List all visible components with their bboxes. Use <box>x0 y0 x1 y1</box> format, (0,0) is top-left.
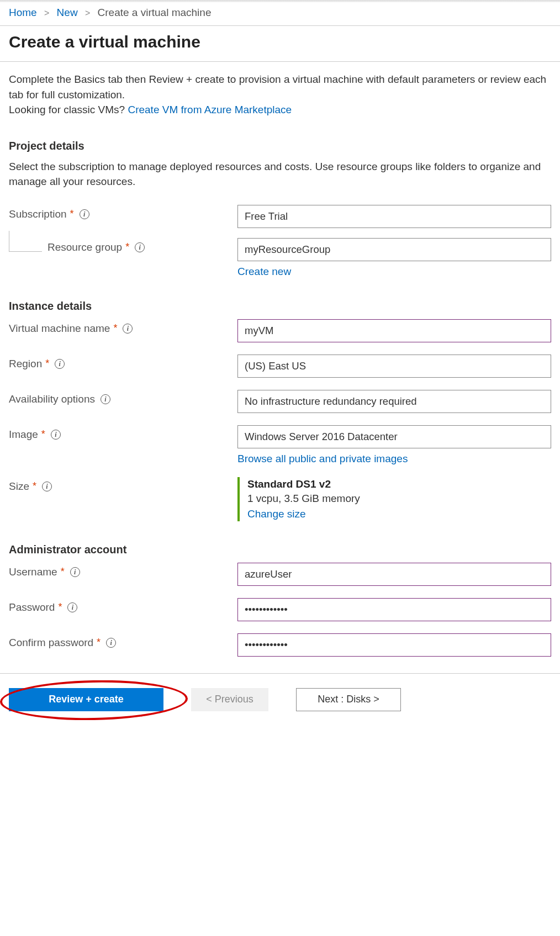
required-asterisk: * <box>33 480 36 492</box>
classic-vm-label: Looking for classic VMs? <box>9 104 128 115</box>
required-asterisk: * <box>58 601 62 613</box>
region-row: Region * i (US) East US <box>9 355 551 378</box>
chevron-right-icon: > <box>85 8 90 18</box>
info-icon[interactable]: i <box>55 359 65 369</box>
region-label: Region * i <box>9 355 237 370</box>
info-icon[interactable]: i <box>101 394 110 404</box>
browse-images-link[interactable]: Browse all public and private images <box>237 453 408 465</box>
project-details-desc: Select the subscription to manage deploy… <box>9 159 551 189</box>
info-icon[interactable]: i <box>67 602 77 612</box>
subscription-label-text: Subscription <box>9 208 67 220</box>
required-asterisk: * <box>97 637 101 648</box>
subscription-label: Subscription * i <box>9 205 237 220</box>
page-title: Create a virtual machine <box>9 33 551 51</box>
resource-group-control: myResourceGroup Create new <box>237 238 551 278</box>
admin-account-heading: Administrator account <box>9 543 551 556</box>
tree-connector-icon <box>9 231 42 252</box>
region-control: (US) East US <box>237 355 551 378</box>
confirm-password-label: Confirm password * i <box>9 633 237 649</box>
required-asterisk: * <box>41 429 45 440</box>
vm-name-label-text: Virtual machine name <box>9 322 110 335</box>
password-row: Password * i <box>9 598 551 621</box>
vm-name-row: Virtual machine name * i <box>9 319 551 342</box>
info-icon[interactable]: i <box>106 638 116 648</box>
required-asterisk: * <box>61 566 65 578</box>
username-input[interactable] <box>237 563 551 586</box>
required-asterisk: * <box>70 208 74 220</box>
size-control: Standard DS1 v2 1 vcpu, 3.5 GiB memory C… <box>237 477 551 521</box>
chevron-right-icon: > <box>44 8 49 18</box>
resource-group-dropdown[interactable]: myResourceGroup <box>237 238 551 261</box>
classic-vm-prompt: Looking for classic VMs? Create VM from … <box>9 102 551 118</box>
next-disks-button[interactable]: Next : Disks > <box>296 688 401 711</box>
change-size-link[interactable]: Change size <box>247 508 306 520</box>
size-label-text: Size <box>9 480 29 493</box>
confirm-password-label-text: Confirm password <box>9 637 93 649</box>
password-label: Password * i <box>9 598 237 614</box>
image-label-text: Image <box>9 429 38 441</box>
size-name: Standard DS1 v2 <box>247 478 551 490</box>
info-icon[interactable]: i <box>123 324 133 334</box>
username-label-text: Username <box>9 566 57 578</box>
breadcrumb: Home > New > Create a virtual machine <box>0 2 560 26</box>
page-title-wrap: Create a virtual machine <box>0 26 560 62</box>
region-label-text: Region <box>9 358 42 370</box>
resource-group-label: Resource group * i <box>9 238 237 253</box>
image-control: Windows Server 2016 Datacenter Browse al… <box>237 425 551 465</box>
subscription-dropdown[interactable]: Free Trial <box>237 205 551 228</box>
confirm-password-row: Confirm password * i <box>9 633 551 657</box>
username-label: Username * i <box>9 563 237 578</box>
confirm-password-input[interactable] <box>237 633 551 657</box>
footer: Review + create < Previous Next : Disks … <box>0 673 560 730</box>
vm-name-label: Virtual machine name * i <box>9 319 237 335</box>
availability-control: No infrastructure redundancy required <box>237 390 551 413</box>
password-input[interactable] <box>237 598 551 621</box>
availability-label: Availability options i <box>9 390 237 405</box>
availability-row: Availability options i No infrastructure… <box>9 390 551 413</box>
info-icon[interactable]: i <box>80 209 89 219</box>
region-dropdown[interactable]: (US) East US <box>237 355 551 378</box>
info-icon[interactable]: i <box>135 242 145 252</box>
vm-name-control <box>237 319 551 342</box>
username-row: Username * i <box>9 563 551 586</box>
review-create-button[interactable]: Review + create <box>9 688 163 711</box>
project-details-heading: Project details <box>9 140 551 152</box>
breadcrumb-new[interactable]: New <box>57 7 78 18</box>
confirm-password-control <box>237 633 551 657</box>
image-label: Image * i <box>9 425 237 441</box>
content: Complete the Basics tab then Review + cr… <box>0 62 560 657</box>
size-detail: 1 vcpu, 3.5 GiB memory <box>247 493 551 505</box>
password-label-text: Password <box>9 601 55 614</box>
image-row: Image * i Windows Server 2016 Datacenter… <box>9 425 551 465</box>
image-dropdown[interactable]: Windows Server 2016 Datacenter <box>237 425 551 448</box>
resource-group-label-text: Resource group <box>47 241 122 253</box>
availability-dropdown[interactable]: No infrastructure redundancy required <box>237 390 551 413</box>
size-row: Size * i Standard DS1 v2 1 vcpu, 3.5 GiB… <box>9 477 551 521</box>
info-icon[interactable]: i <box>42 482 52 491</box>
info-icon[interactable]: i <box>70 567 80 577</box>
required-asterisk: * <box>125 241 129 253</box>
required-asterisk: * <box>45 358 49 369</box>
size-label: Size * i <box>9 477 237 493</box>
breadcrumb-current: Create a virtual machine <box>98 7 212 18</box>
username-control <box>237 563 551 586</box>
subscription-row: Subscription * i Free Trial <box>9 205 551 228</box>
instance-details-heading: Instance details <box>9 300 551 313</box>
resource-group-row: Resource group * i myResourceGroup Creat… <box>9 238 551 278</box>
intro-text: Complete the Basics tab then Review + cr… <box>9 72 551 102</box>
previous-button[interactable]: < Previous <box>191 688 268 711</box>
info-icon[interactable]: i <box>51 430 61 440</box>
create-new-rg-link[interactable]: Create new <box>237 266 291 278</box>
password-control <box>237 598 551 621</box>
availability-label-text: Availability options <box>9 393 95 405</box>
size-summary: Standard DS1 v2 1 vcpu, 3.5 GiB memory C… <box>237 477 551 521</box>
subscription-control: Free Trial <box>237 205 551 228</box>
create-vm-marketplace-link[interactable]: Create VM from Azure Marketplace <box>128 104 292 115</box>
required-asterisk: * <box>113 322 117 334</box>
breadcrumb-home[interactable]: Home <box>9 7 37 18</box>
vm-name-input[interactable] <box>237 319 551 342</box>
